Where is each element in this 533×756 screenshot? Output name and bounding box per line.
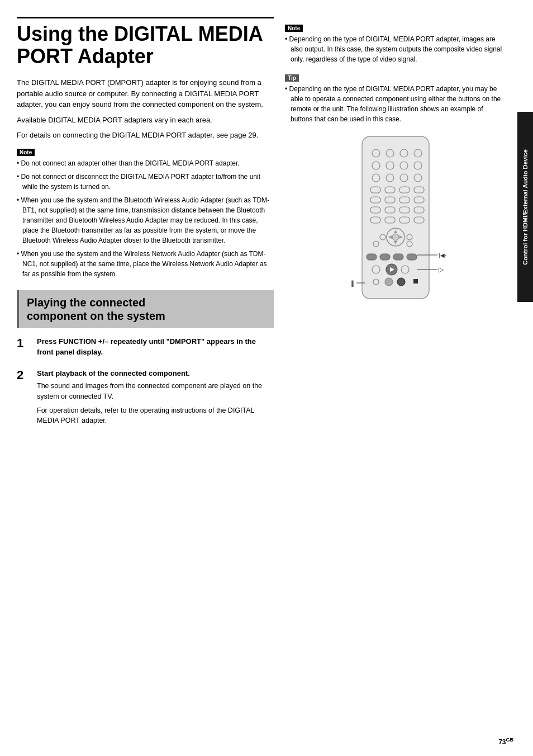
section-heading: Playing the connected component on the s… — [17, 290, 274, 328]
step-2-content: Start playback of the connected componen… — [37, 368, 274, 430]
step-2-title: Start playback of the connected componen… — [37, 368, 274, 379]
svg-text:|◀◀ /▶▶|: |◀◀ /▶▶| — [439, 252, 446, 258]
left-column: Using the DIGITAL MEDIA PORT Adapter The… — [17, 17, 274, 739]
step-2-number: 2 — [17, 368, 32, 382]
right-tip-box: Tip Depending on the type of DIGITAL MED… — [285, 73, 506, 124]
svg-text:‖: ‖ — [351, 280, 354, 287]
main-title: Using the DIGITAL MEDIA PORT Adapter — [17, 17, 274, 67]
left-note-label: Note — [17, 149, 35, 156]
svg-rect-40 — [380, 254, 390, 260]
svg-point-31 — [392, 234, 399, 240]
step-1-content: Press FUNCTION +/– repeatedly until "DMP… — [37, 336, 274, 360]
right-tip-item-0: Depending on the type of DIGITAL MEDIA P… — [285, 84, 506, 124]
step-1-number: 1 — [17, 336, 32, 351]
step-1: 1 Press FUNCTION +/– repeatedly until "D… — [17, 336, 274, 360]
left-note-box: Note Do not connect an adapter other tha… — [17, 148, 274, 279]
right-note-box: Note Depending on the type of DIGITAL ME… — [285, 23, 506, 64]
svg-rect-42 — [407, 254, 417, 260]
svg-text:▷: ▷ — [439, 266, 444, 273]
step-2-body-0: The sound and images from the connected … — [37, 381, 274, 402]
step-2: 2 Start playback of the connected compon… — [17, 368, 274, 430]
right-note-item-0: Depending on the type of DIGITAL MEDIA P… — [285, 34, 506, 64]
left-note-item-0: Do not connect an adapter other than the… — [17, 158, 274, 168]
left-note-item-3: When you use the system and the Wireless… — [17, 249, 274, 279]
intro-para-1: The DIGITAL MEDIA PORT (DMPORT) adapter … — [17, 77, 274, 110]
right-tip-content: Depending on the type of DIGITAL MEDIA P… — [285, 84, 506, 124]
right-tip-label: Tip — [285, 74, 299, 82]
remote-illustration-container: |◀◀ /▶▶| ▷ ‖ — [285, 131, 506, 310]
side-tab-label: Control for HDMI/External Audio Device — [522, 149, 529, 265]
page: Control for HDMI/External Audio Device U… — [0, 0, 533, 756]
svg-rect-39 — [367, 254, 377, 260]
left-note-content: Do not connect an adapter other than the… — [17, 158, 274, 279]
intro-para-2: Available DIGITAL MEDIA PORT adapters va… — [17, 115, 274, 126]
svg-rect-41 — [393, 254, 403, 260]
remote-illustration: |◀◀ /▶▶| ▷ ‖ — [345, 131, 446, 310]
step-2-body-1: For operation details, refer to the oper… — [37, 405, 274, 427]
svg-point-48 — [385, 278, 393, 286]
right-column: Note Depending on the type of DIGITAL ME… — [285, 17, 506, 739]
left-note-item-2: When you use the system and the Bluetoot… — [17, 195, 274, 245]
svg-point-49 — [397, 278, 405, 286]
right-note-content: Depending on the type of DIGITAL MEDIA P… — [285, 34, 506, 64]
steps-container: 1 Press FUNCTION +/– repeatedly until "D… — [17, 336, 274, 430]
section-title: Playing the connected component on the s… — [27, 296, 266, 323]
page-number: 73GB — [498, 737, 513, 746]
intro-para-3: For details on connecting the DIGITAL ME… — [17, 130, 274, 141]
right-note-label: Note — [285, 25, 303, 32]
svg-rect-56 — [413, 279, 418, 284]
left-note-item-1: Do not connect or disconnect the DIGITAL… — [17, 172, 274, 192]
side-tab: Control for HDMI/External Audio Device — [517, 112, 533, 302]
step-1-title: Press FUNCTION +/– repeatedly until "DMP… — [37, 336, 274, 358]
main-content: Using the DIGITAL MEDIA PORT Adapter The… — [0, 0, 517, 756]
